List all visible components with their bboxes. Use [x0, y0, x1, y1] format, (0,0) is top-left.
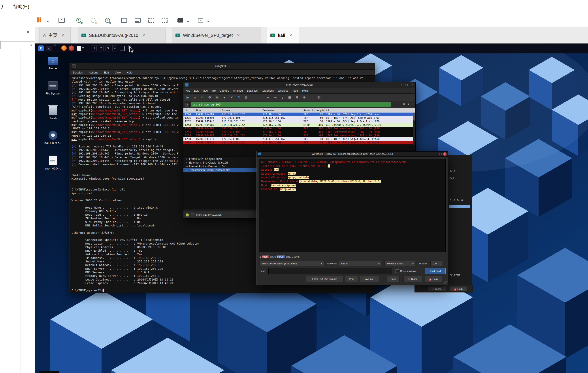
filter-add-icon[interactable]: +: [412, 103, 414, 106]
filter-bookmark-icon[interactable]: ▾: [185, 103, 189, 107]
desktop-icon-trash[interactable]: Trash: [39, 106, 67, 120]
wireshark-menu-item[interactable]: File: [186, 89, 190, 92]
wireshark-menu-item[interactable]: Telephony: [261, 89, 274, 92]
expand-arrow-icon[interactable]: ▸: [187, 161, 188, 164]
show-thumbnail-bar-button[interactable]: [134, 17, 141, 23]
spin-down-icon[interactable]: ▼: [440, 264, 442, 265]
console-caret-icon[interactable]: [187, 21, 189, 24]
case-sensitive-checkbox[interactable]: [396, 269, 399, 273]
save-as-button[interactable]: Save as…: [360, 276, 379, 282]
print-button[interactable]: Print: [345, 276, 358, 282]
wireshark-menu-item[interactable]: Analyze: [233, 89, 243, 92]
restart-capture-icon[interactable]: ↻: [200, 95, 205, 99]
firefox-icon[interactable]: [61, 45, 67, 51]
open-file-icon[interactable]: ▤: [215, 95, 219, 99]
close-file-icon[interactable]: ✕: [229, 95, 234, 99]
snapshot-manager-button[interactable]: [104, 17, 111, 23]
terminal-menu-item[interactable]: Actions: [89, 71, 98, 74]
column-header[interactable]: Length: [315, 108, 325, 113]
auto-scroll-icon[interactable]: ↕: [280, 95, 285, 99]
find-input[interactable]: [268, 268, 392, 274]
library-search-combobox[interactable]: [0, 41, 34, 49]
conversation-select[interactable]: Entire conversation (332 bytes): [260, 261, 324, 266]
packet-row[interactable]: 122515998.656695172.16.1.106213.116.251.…: [183, 116, 415, 120]
packet-row[interactable]: 123415999.964989213.116.251.162172.16.1.…: [183, 127, 415, 130]
spin-up-icon[interactable]: ▲: [440, 262, 442, 264]
tray-box-icon[interactable]: [120, 46, 125, 51]
shrink-view-button[interactable]: [161, 17, 168, 23]
minimize-icon[interactable]: –: [435, 152, 437, 155]
expert-info-icon[interactable]: [186, 213, 189, 217]
pause-caret-icon[interactable]: [46, 21, 49, 24]
terminal-menu-item[interactable]: View: [115, 71, 121, 74]
wireshark-menu-item[interactable]: Edit: [194, 89, 199, 92]
wireshark-menu-item[interactable]: View: [202, 89, 208, 92]
close-icon[interactable]: ✕: [443, 152, 447, 156]
tab-win2kserver[interactable]: Win2kServer_SP0_target ✕: [172, 27, 261, 43]
show-library-button[interactable]: [120, 17, 128, 23]
kali-menu-icon[interactable]: k: [38, 45, 44, 51]
expand-view-button[interactable]: [147, 17, 155, 23]
delta-times-select[interactable]: No delta times: [385, 261, 415, 266]
help-button[interactable]: ?Help: [425, 276, 442, 282]
column-header[interactable]: Protocol: [302, 108, 315, 113]
expand-arrow-icon[interactable]: ▸: [187, 169, 188, 171]
pause-vm-button[interactable]: [37, 17, 42, 23]
close-icon[interactable]: ✕: [411, 83, 413, 86]
start-capture-icon[interactable]: ▶: [186, 95, 190, 99]
column-header[interactable]: Time: [194, 108, 220, 113]
tab-close-icon[interactable]: ✕: [142, 33, 145, 38]
terminal-launcher-icon[interactable]: >_: [46, 46, 52, 51]
filter-out-stream-button[interactable]: Filter Out This Stream: [306, 276, 343, 282]
tab-kali[interactable]: kali ✕: [267, 27, 299, 43]
workspace-button[interactable]: 1: [92, 45, 97, 52]
wireshark-menu-item[interactable]: Statistics: [247, 89, 258, 92]
maximize-icon[interactable]: ▢: [440, 152, 442, 155]
expand-arrow-icon[interactable]: ▸: [187, 158, 188, 160]
tab-close-icon[interactable]: ✕: [289, 33, 292, 38]
go-forward-icon[interactable]: →: [258, 95, 263, 99]
resize-grip[interactable]: [444, 281, 447, 284]
desktop-icon-kali-linux[interactable]: Kali Linux a...: [39, 131, 67, 145]
close-button[interactable]: ✕Close: [428, 286, 446, 291]
column-header[interactable]: Destination: [261, 108, 302, 113]
go-last-icon[interactable]: ↦: [273, 95, 277, 99]
packet-row[interactable]: 123215999.845945213.116.251.162172.16.1.…: [183, 120, 415, 123]
expand-arrow-icon[interactable]: ▸: [187, 165, 188, 167]
fullscreen-caret-icon[interactable]: [207, 21, 210, 24]
column-header[interactable]: Source: [220, 108, 261, 113]
packet-row[interactable]: 122415998.654089213.116.251.162172.16.1.…: [183, 113, 415, 116]
follow-titlebar[interactable]: Wireshark · Follow TCP Stream (tcp.strea…: [257, 152, 448, 157]
workspace-button[interactable]: 2: [99, 45, 104, 52]
desktop-icon-home[interactable]: ⌂ Home: [39, 57, 67, 70]
save-file-icon[interactable]: ▼: [222, 95, 226, 99]
network-globe-icon[interactable]: [128, 45, 128, 50]
terminal-titlebar[interactable]: kali@kali: ~: [70, 63, 375, 70]
console-view-button[interactable]: >_: [177, 17, 184, 23]
packet-row[interactable]: 123816000.131017172.16.1.106213.116.251.…: [183, 137, 415, 141]
colorize-icon[interactable]: ▦: [288, 95, 292, 99]
stop-capture-icon[interactable]: ■: [193, 95, 197, 99]
caret-down-icon[interactable]: [82, 47, 84, 50]
packet-row[interactable]: 123615999.964989213.116.251.162172.16.1.…: [183, 134, 415, 137]
wireshark-menu-item[interactable]: Capture: [219, 89, 229, 92]
zoom-fit-icon[interactable]: ↔: [309, 95, 314, 99]
wireshark-menu-item[interactable]: Help: [302, 89, 308, 92]
workspace-button[interactable]: 4: [112, 45, 117, 52]
go-first-icon[interactable]: ↤: [266, 95, 270, 99]
widget-icon[interactable]: [77, 46, 81, 51]
send-ctrl-alt-del-button[interactable]: [58, 17, 65, 23]
column-header[interactable]: No.: [183, 108, 194, 113]
reload-file-icon[interactable]: ↻: [237, 95, 241, 99]
find-packet-icon[interactable]: ◎: [244, 95, 248, 99]
maximize-icon[interactable]: ▢: [405, 83, 408, 86]
wireshark-menu-item[interactable]: Go: [212, 89, 216, 92]
minimize-icon[interactable]: –: [401, 83, 402, 86]
wireshark-titlebar[interactable]: snort-0204@0117.log – ▢ ✕: [183, 82, 415, 88]
help-button[interactable]: ?Help: [450, 286, 467, 291]
wireshark-menu-item[interactable]: Wireless: [278, 89, 288, 92]
tab-home[interactable]: ⌂ 主页 ✕: [39, 27, 71, 43]
go-back-icon[interactable]: ←: [251, 95, 256, 99]
workspace-button[interactable]: 3: [105, 45, 110, 52]
revert-snapshot-button[interactable]: [89, 17, 97, 23]
